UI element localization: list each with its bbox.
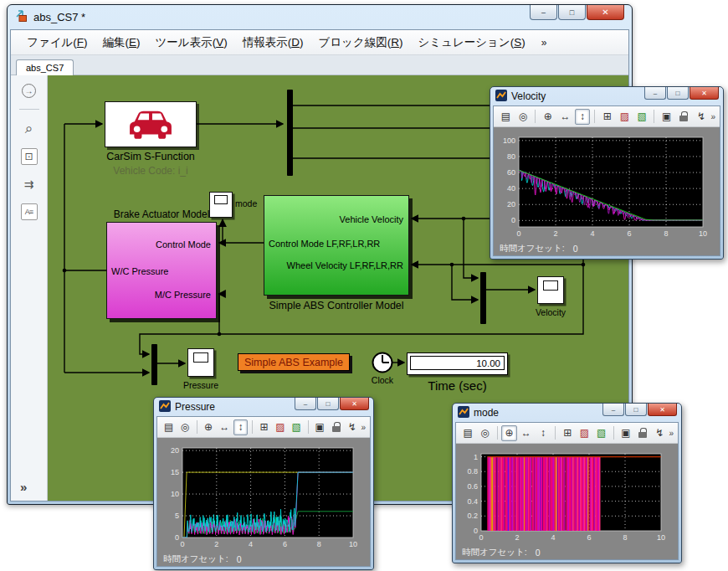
signal-selector-icon[interactable]: ↯ bbox=[345, 419, 359, 435]
floating-scope-icon[interactable]: ▣ bbox=[659, 109, 674, 125]
zoom-x-icon[interactable]: ↔ bbox=[519, 425, 534, 441]
menu-bar: ファイル(F) 編集(E) ツール表示(V) 情報表示(D) ブロック線図(R)… bbox=[11, 30, 628, 55]
print-icon[interactable]: ▤ bbox=[161, 419, 176, 435]
time-display-block[interactable]: 10.00 bbox=[407, 352, 508, 375]
toolbar-overflow-icon[interactable]: » bbox=[669, 429, 674, 438]
zoom-x-icon[interactable]: ↔ bbox=[218, 419, 232, 435]
port-mc-pressure: M/C Pressure bbox=[155, 290, 211, 300]
go-forward-icon[interactable]: → bbox=[22, 84, 36, 98]
save-axes-icon[interactable]: ▨ bbox=[273, 419, 287, 435]
signal-selector-icon[interactable]: ↯ bbox=[694, 109, 710, 125]
minimize-button[interactable]: – bbox=[602, 404, 624, 416]
zoom-in-icon[interactable]: ⊕ bbox=[540, 109, 556, 125]
simulink-model-icon bbox=[15, 9, 28, 26]
mode-scope-block[interactable] bbox=[209, 192, 233, 218]
expand-sidebar-icon[interactable]: » bbox=[20, 480, 27, 494]
scope-toolbar: ▤◎⊕↔↕⊞▨▧▣↯» bbox=[157, 417, 370, 438]
parameters-icon[interactable]: ◎ bbox=[477, 425, 492, 441]
close-button[interactable]: ✕ bbox=[340, 398, 369, 410]
abs-controller-block[interactable]: Vehicle Velocity Control Mode LF,RF,LR,R… bbox=[264, 195, 409, 296]
scope-icon bbox=[458, 406, 469, 420]
floating-scope-icon[interactable]: ▣ bbox=[618, 425, 633, 441]
print-icon[interactable]: ▤ bbox=[460, 425, 475, 441]
minimize-button[interactable]: – bbox=[295, 398, 316, 410]
minimize-button[interactable]: – bbox=[644, 87, 666, 100]
pressure-scope-block[interactable] bbox=[187, 348, 214, 377]
restore-axes-icon[interactable]: ▧ bbox=[634, 109, 650, 125]
svg-text:10: 10 bbox=[699, 229, 707, 238]
velocity-chart: 0204060801000246810 bbox=[494, 127, 720, 241]
menu-diagram[interactable]: ブロック線図(R) bbox=[310, 32, 410, 54]
menu-view[interactable]: ツール表示(V) bbox=[148, 32, 235, 54]
menu-display[interactable]: 情報表示(D) bbox=[235, 32, 311, 54]
autoscale-icon[interactable]: ⊞ bbox=[560, 425, 575, 441]
svg-text:0.4: 0.4 bbox=[467, 497, 478, 506]
parameters-icon[interactable]: ◎ bbox=[177, 419, 192, 435]
floating-scope-icon[interactable]: ▣ bbox=[313, 419, 327, 435]
menu-overflow-icon[interactable]: » bbox=[541, 37, 547, 49]
lock-axes-icon[interactable] bbox=[329, 419, 343, 435]
brake-actuator-block[interactable]: Control Mode W/C Pressure M/C Pressure bbox=[106, 222, 217, 319]
autoscale-icon[interactable]: ⊞ bbox=[599, 109, 615, 125]
svg-text:20: 20 bbox=[171, 446, 179, 455]
clock-block[interactable] bbox=[373, 353, 392, 373]
mux-pressure[interactable] bbox=[151, 344, 157, 385]
zoom-y-icon[interactable]: ↕ bbox=[575, 109, 591, 125]
save-axes-icon[interactable]: ▨ bbox=[577, 425, 592, 441]
time-display-label: Time (sec) bbox=[407, 378, 508, 393]
scope-screen-icon bbox=[543, 280, 559, 291]
scope-titlebar[interactable]: mode – □ ✕ bbox=[455, 404, 679, 422]
maximize-button[interactable]: □ bbox=[667, 87, 689, 100]
menu-edit[interactable]: 編集(E) bbox=[95, 32, 148, 54]
titlebar[interactable]: abs_CS7 * – □ ✕ bbox=[10, 5, 629, 29]
svg-text:2: 2 bbox=[515, 533, 519, 542]
menu-file[interactable]: ファイル(F) bbox=[19, 32, 95, 54]
tab-abs-cs7[interactable]: abs_CS7 bbox=[16, 59, 74, 75]
velocity-scope-block[interactable] bbox=[537, 276, 564, 304]
parameters-icon[interactable]: ◎ bbox=[515, 109, 531, 125]
tab-bar: abs_CS7 bbox=[11, 55, 628, 75]
zoom-y-icon[interactable]: ↕ bbox=[536, 425, 551, 441]
svg-text:0: 0 bbox=[516, 229, 520, 238]
demux-carsim-outputs[interactable] bbox=[287, 90, 293, 176]
close-button[interactable]: ✕ bbox=[648, 404, 677, 416]
maximize-button[interactable]: □ bbox=[317, 398, 339, 410]
maximize-button[interactable]: □ bbox=[625, 404, 647, 416]
zoom-y-icon[interactable]: ↕ bbox=[233, 419, 248, 435]
svg-text:0.8: 0.8 bbox=[467, 467, 478, 476]
zoom-in-icon[interactable]: ⊕ bbox=[201, 419, 215, 435]
scope-title: mode bbox=[474, 407, 499, 419]
save-axes-icon[interactable]: ▨ bbox=[617, 109, 633, 125]
minimize-button[interactable]: – bbox=[530, 5, 557, 20]
scope-title: Velocity bbox=[511, 90, 546, 102]
fit-to-view-icon[interactable]: ⊡ bbox=[21, 148, 38, 165]
svg-text:6: 6 bbox=[283, 540, 287, 548]
close-button[interactable]: ✕ bbox=[690, 87, 719, 100]
scope-statusbar: 時間オフセット: 0 bbox=[494, 241, 720, 255]
svg-text:5: 5 bbox=[175, 512, 179, 520]
carsim-sfunction-block[interactable] bbox=[105, 101, 197, 147]
zoom-in-icon[interactable]: ⊕ bbox=[501, 425, 516, 441]
restore-axes-icon[interactable]: ▧ bbox=[290, 419, 304, 435]
time-offset-label: 時間オフセット: bbox=[500, 243, 565, 255]
lock-axes-icon[interactable] bbox=[676, 109, 692, 125]
scope-titlebar[interactable]: Pressure – □ ✕ bbox=[156, 398, 371, 416]
signal-routing-icon[interactable]: ⇉ bbox=[21, 176, 38, 193]
autoscale-icon[interactable]: ⊞ bbox=[257, 419, 271, 435]
maximize-button[interactable]: □ bbox=[558, 5, 586, 20]
close-button[interactable]: ✕ bbox=[587, 5, 624, 20]
toolbar-overflow-icon[interactable]: » bbox=[711, 112, 716, 121]
scope-titlebar[interactable]: Velocity – □ ✕ bbox=[493, 87, 720, 105]
toolbar-overflow-icon[interactable]: » bbox=[361, 423, 366, 432]
zoom-x-icon[interactable]: ↔ bbox=[557, 109, 573, 125]
annotation-icon[interactable]: A≡ bbox=[21, 203, 38, 220]
restore-axes-icon[interactable]: ▧ bbox=[594, 425, 609, 441]
mux-velocity[interactable] bbox=[480, 272, 486, 324]
lock-axes-icon[interactable] bbox=[635, 425, 650, 441]
signal-selector-icon[interactable]: ↯ bbox=[652, 425, 667, 441]
zoom-region-icon[interactable]: ⌕ bbox=[21, 121, 38, 137]
print-icon[interactable]: ▤ bbox=[498, 109, 514, 125]
annotation-simple-abs-example[interactable]: Simple ABS Example bbox=[238, 353, 350, 371]
carsim-sublabel: Vehicle Code: i_i bbox=[71, 165, 230, 177]
menu-simulation[interactable]: シミュレーション(S) bbox=[410, 32, 532, 54]
